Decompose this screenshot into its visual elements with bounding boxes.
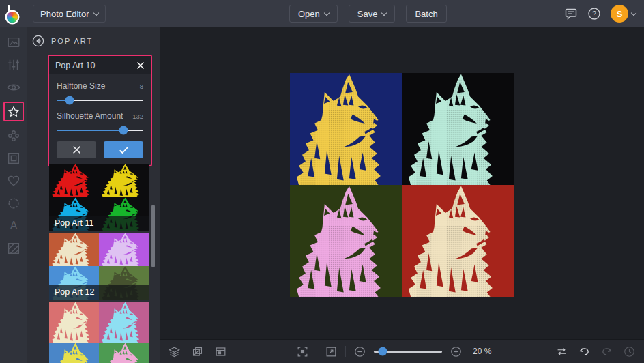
chevron-down-icon	[381, 10, 387, 15]
thumb-quadrant	[99, 343, 149, 363]
sidebar-item-graphics[interactable]	[5, 195, 22, 212]
compare-before-after-icon[interactable]	[555, 345, 568, 358]
avatar: S	[611, 5, 628, 23]
save-button[interactable]: Save	[349, 5, 396, 23]
zoom-percentage: 20 %	[473, 347, 491, 356]
batch-button-label: Batch	[415, 9, 437, 19]
thumb-quadrant	[99, 164, 149, 197]
top-bar: Photo Editor Open Save Batch ?	[0, 0, 644, 27]
image-quadrant-top-right	[402, 73, 514, 185]
layers-icon[interactable]	[168, 345, 181, 358]
bottom-toolbar: 20 %	[160, 339, 644, 363]
zoom-slider[interactable]	[374, 351, 442, 353]
zoom-in-button[interactable]	[450, 345, 463, 358]
sidebar-item-adjust[interactable]	[5, 57, 22, 73]
svg-text:?: ?	[592, 10, 596, 18]
eye-icon	[6, 80, 21, 95]
image-quadrant-bottom-right	[402, 185, 514, 297]
halftone-size-label: Halftone Size	[57, 81, 105, 91]
batch-button[interactable]: Batch	[406, 5, 446, 23]
halftone-size-slider[interactable]	[57, 100, 143, 101]
redo-button[interactable]	[600, 345, 613, 358]
dots-cluster-icon	[6, 128, 21, 143]
texture-icon	[6, 241, 21, 256]
befunky-logo-icon	[7, 5, 20, 23]
back-button[interactable]	[32, 35, 44, 47]
zoom-slider-thumb[interactable]	[379, 347, 387, 356]
image-quadrant-top-left	[290, 73, 402, 185]
thumb-quadrant	[99, 233, 149, 266]
divider	[345, 346, 346, 357]
app-logo[interactable]	[0, 0, 27, 27]
chevron-down-icon	[93, 10, 98, 15]
sidebar-item-edit[interactable]	[5, 34, 22, 50]
open-button-label: Open	[298, 9, 320, 19]
thumb-quadrant	[49, 164, 99, 197]
arrow-left-icon	[37, 39, 40, 43]
star-icon	[7, 105, 20, 119]
frame-icon	[6, 151, 21, 166]
sidebar-item-overlays[interactable]	[5, 173, 22, 189]
sidebar-item-effects[interactable]	[3, 102, 24, 121]
thumb-quadrant	[49, 302, 99, 343]
save-button-label: Save	[357, 9, 378, 19]
effect-card-header: Pop Art 10	[49, 56, 151, 74]
close-icon[interactable]	[136, 61, 145, 70]
silhouette-amount-label: Silhouette Amount	[57, 111, 123, 121]
app-switcher-menu[interactable]: Photo Editor	[33, 5, 106, 23]
pop-art-image[interactable]	[290, 73, 514, 297]
sliders-icon	[6, 57, 21, 72]
chevron-down-icon	[324, 10, 330, 15]
chevron-down-icon	[631, 10, 636, 15]
check-icon	[119, 146, 129, 154]
image-icon	[6, 35, 21, 50]
slider-fill	[57, 130, 123, 131]
thumbnail-label: Pop Art 12	[49, 285, 149, 300]
thumb-quadrant	[49, 343, 99, 363]
editor-canvas[interactable]	[160, 27, 644, 363]
transform-icon[interactable]	[191, 345, 204, 358]
canvas-settings-icon[interactable]	[214, 345, 227, 358]
effect-card-title: Pop Art 10	[55, 61, 95, 70]
apply-effect-button[interactable]	[104, 141, 143, 158]
effect-settings-card: Pop Art 10 Halftone Size 8 Silhouette Am…	[48, 55, 152, 166]
app-switcher-label: Photo Editor	[40, 9, 89, 19]
halftone-size-slider-thumb[interactable]	[65, 96, 74, 105]
silhouette-amount-slider[interactable]	[57, 130, 143, 131]
effect-thumbnail-pop-art-11[interactable]: Pop Art 11	[49, 164, 149, 231]
halftone-size-value: 8	[140, 83, 143, 90]
image-quadrant-bottom-left	[290, 185, 402, 297]
history-icon[interactable]	[623, 345, 636, 358]
sidebar-item-text[interactable]: A	[5, 218, 22, 234]
heart-icon	[6, 173, 21, 188]
thumb-quadrant	[99, 302, 149, 343]
panel-header: POP ART	[27, 27, 160, 55]
sidebar-item-frames[interactable]	[5, 150, 22, 166]
sidebar-item-textures[interactable]	[5, 240, 22, 257]
feedback-chat-icon[interactable]	[564, 7, 578, 20]
effect-thumbnail-pop-art-12[interactable]: Pop Art 12	[49, 233, 149, 300]
account-menu[interactable]: S	[611, 5, 636, 23]
fit-to-screen-icon[interactable]	[296, 345, 309, 358]
effect-thumbnail-next[interactable]	[49, 302, 149, 363]
x-icon	[72, 145, 81, 154]
thumbnail-label: Pop Art 11	[49, 216, 149, 231]
sidebar-item-artsy[interactable]	[5, 128, 22, 144]
effect-card-body: Halftone Size 8 Silhouette Amount 132	[49, 74, 151, 165]
badge-icon	[6, 196, 21, 211]
zoom-out-button[interactable]	[353, 345, 366, 358]
fullscreen-preview-icon[interactable]	[325, 345, 338, 358]
help-icon[interactable]: ?	[587, 7, 601, 20]
effects-panel: POP ART Pop Art 10 Halftone Size 8 Sil	[27, 27, 160, 363]
panel-scrollbar[interactable]	[151, 205, 155, 267]
thumb-quadrant	[49, 233, 99, 266]
divider	[317, 346, 317, 357]
silhouette-amount-value: 132	[132, 113, 143, 120]
sidebar-item-touchup[interactable]	[5, 79, 22, 96]
undo-button[interactable]	[578, 345, 591, 358]
text-tool-icon: A	[10, 220, 18, 232]
panel-title: POP ART	[51, 37, 93, 45]
open-button[interactable]: Open	[289, 5, 338, 23]
silhouette-amount-slider-thumb[interactable]	[119, 126, 128, 135]
cancel-effect-button[interactable]	[57, 141, 96, 158]
